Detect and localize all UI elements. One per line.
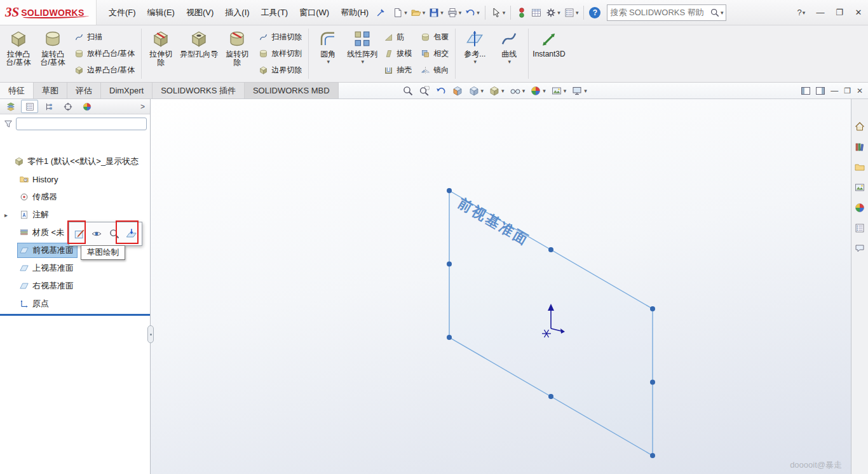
section-view-button[interactable] (452, 85, 463, 97)
minimize-button[interactable]: — (811, 4, 830, 21)
panel-splitter-handle[interactable] (147, 325, 154, 343)
tree-item-top-plane[interactable]: 上视基准面 (0, 259, 150, 277)
reference-geometry-button[interactable]: 参考... ▾ (458, 26, 492, 81)
dropdown-icon[interactable]: ▾ (503, 10, 506, 16)
curves-button[interactable]: 曲线 ▾ (492, 26, 526, 81)
propertymanager-tab[interactable] (21, 100, 38, 113)
maximize-button[interactable]: ❐ (830, 4, 849, 21)
apply-scene-button[interactable]: ▾ (551, 85, 567, 97)
undo-button[interactable]: ▾ (463, 6, 481, 20)
shell-button[interactable]: 抽壳 (382, 63, 414, 78)
solidworks-resources-button[interactable] (853, 119, 867, 133)
dropdown-icon[interactable]: ▾ (721, 10, 724, 16)
lofted-cut-button[interactable]: 放样切割 (257, 46, 304, 62)
help-menu-button[interactable]: ? ▾ (792, 4, 811, 21)
extruded-boss-button[interactable]: 拉伸凸 台/基体 (1, 26, 36, 81)
featuremanager-tab[interactable] (2, 100, 19, 113)
help-button[interactable]: ? (588, 6, 602, 20)
dropdown-icon[interactable]: ▾ (423, 10, 426, 16)
search-input[interactable] (610, 8, 709, 17)
dropdown-icon[interactable]: ▾ (501, 88, 505, 94)
tree-item-part-root[interactable]: 零件1 (默认<<默认>_显示状态 (0, 152, 150, 170)
zoom-area-button[interactable] (419, 85, 430, 97)
dropdown-icon[interactable]: ▾ (564, 88, 567, 94)
expand-arrow-icon[interactable]: ▸ (4, 212, 8, 219)
dropdown-icon[interactable]: ▾ (327, 58, 330, 65)
wrap-button[interactable]: 包覆 (419, 30, 451, 45)
hide-show-button[interactable] (89, 224, 105, 243)
boundary-boss-button[interactable]: 边界凸台/基体 (72, 63, 137, 78)
lofted-boss-button[interactable]: 放样凸台/基体 (72, 46, 137, 62)
save-button[interactable]: ▾ (427, 6, 445, 20)
swept-boss-button[interactable]: 扫描 (72, 30, 137, 45)
view-settings-button[interactable]: ▾ (571, 85, 587, 97)
restore-document-button[interactable]: ❐ (844, 86, 851, 95)
appearances-button[interactable] (853, 201, 867, 214)
collapse-pane-left-icon[interactable] (801, 87, 810, 95)
dropdown-icon[interactable]: ▾ (474, 58, 477, 65)
tab-sketch[interactable]: 草图 (34, 83, 67, 98)
dropdown-icon[interactable]: ▾ (522, 88, 526, 94)
dimxpertmanager-tab[interactable] (59, 100, 76, 113)
view-orientation-button[interactable]: ▾ (468, 85, 484, 97)
linear-pattern-button[interactable]: 线性阵列 ▾ (345, 26, 379, 81)
tab-dimxpert[interactable]: DimXpert (101, 83, 153, 98)
tab-solidworks-addins[interactable]: SOLIDWORKS 插件 (153, 83, 245, 98)
menu-edit[interactable]: 编辑(E) (142, 4, 180, 22)
rebuild-button[interactable] (515, 6, 529, 20)
revolved-cut-button[interactable]: 旋转切 除 (220, 26, 254, 81)
edit-appearance-button[interactable]: ▾ (530, 85, 546, 97)
hole-wizard-button[interactable]: 异型孔向导 (178, 26, 220, 81)
dropdown-icon[interactable]: ▾ (576, 10, 579, 16)
tree-item-sensors[interactable]: 传感器 (0, 188, 150, 206)
dropdown-icon[interactable]: ▾ (543, 88, 546, 94)
tab-evaluate[interactable]: 评估 (67, 83, 101, 98)
dropdown-icon[interactable]: ▾ (584, 88, 587, 94)
dropdown-icon[interactable]: ▾ (481, 88, 484, 94)
swept-cut-button[interactable]: 扫描切除 (257, 30, 304, 45)
print-button[interactable]: ▾ (445, 6, 463, 20)
new-document-button[interactable]: ▾ (391, 6, 409, 20)
close-document-button[interactable]: ✕ (857, 86, 863, 95)
display-settings-button[interactable]: ▾ (562, 6, 580, 20)
dropdown-icon[interactable]: ▾ (362, 58, 365, 65)
options-button[interactable]: ▾ (544, 6, 562, 20)
extruded-cut-button[interactable]: 拉伸切 除 (144, 26, 178, 81)
instant3d-button[interactable]: Instant3D (531, 26, 567, 81)
close-button[interactable]: ✕ (849, 4, 868, 21)
menu-help[interactable]: 帮助(H) (335, 4, 374, 22)
draft-button[interactable]: 拔模 (382, 46, 414, 62)
rib-button[interactable]: 筋 (382, 30, 414, 45)
solidworks-forum-button[interactable] (853, 241, 867, 255)
graphics-area[interactable]: 前视基准面 dooooit@暴走 (151, 99, 851, 474)
custom-properties-button[interactable] (853, 221, 867, 234)
search-icon[interactable] (710, 8, 720, 18)
intersect-button[interactable]: 相交 (419, 46, 451, 62)
dropdown-icon[interactable]: ▾ (508, 58, 512, 65)
hide-show-items-button[interactable]: ▾ (510, 85, 526, 97)
open-document-button[interactable]: ▾ (409, 6, 427, 20)
dropdown-icon[interactable]: ▾ (459, 10, 462, 16)
dropdown-icon[interactable]: ▾ (404, 10, 407, 16)
menu-insert[interactable]: 插入(I) (219, 4, 255, 22)
displaymanager-tab[interactable] (78, 100, 95, 113)
select-button[interactable]: ▾ (489, 6, 507, 20)
tree-item-right-plane[interactable]: 右视基准面 (0, 277, 150, 295)
expand-panel-chevron[interactable]: > (140, 102, 148, 111)
view-palette-button[interactable] (853, 180, 867, 194)
previous-view-button[interactable] (435, 85, 447, 97)
tree-item-origin[interactable]: 原点 (0, 295, 150, 313)
menu-tools[interactable]: 工具(T) (255, 4, 294, 22)
filter-funnel-icon[interactable] (3, 119, 13, 129)
design-library-button[interactable] (853, 140, 867, 153)
menu-file[interactable]: 文件(F) (103, 4, 142, 22)
configurationmanager-tab[interactable] (40, 100, 57, 113)
dropdown-icon[interactable]: ▾ (440, 10, 444, 16)
boundary-cut-button[interactable]: 边界切除 (257, 63, 304, 78)
dropdown-icon[interactable]: ▾ (557, 10, 560, 16)
tree-item-history[interactable]: History (0, 170, 150, 188)
mirror-button[interactable]: 镜向 (419, 63, 451, 78)
file-properties-button[interactable] (529, 6, 543, 20)
fillet-button[interactable]: 圆角 ▾ (311, 26, 345, 81)
menu-view[interactable]: 视图(V) (180, 4, 219, 22)
